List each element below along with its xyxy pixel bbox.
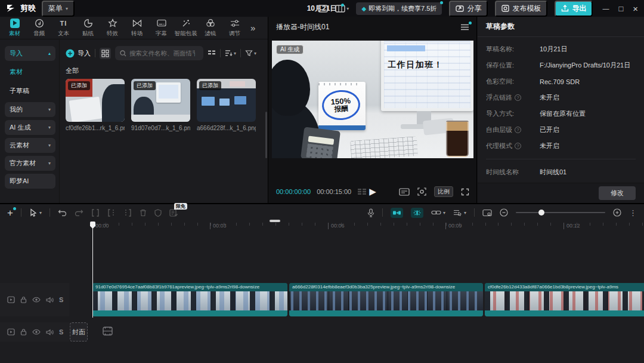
zoom-out-icon[interactable] (500, 208, 508, 217)
preview-video[interactable]: AI 生成 工作日加班！ 150% 报酬 (272, 41, 473, 158)
trim-right-icon[interactable] (123, 209, 132, 217)
visibility-eye-icon[interactable] (32, 297, 41, 303)
clip-footer-bar (485, 310, 644, 316)
scene-art (387, 45, 425, 52)
solo-toggle[interactable]: S (59, 328, 63, 336)
panel-resize-handle[interactable] (270, 220, 280, 222)
sidebar-item-material[interactable]: 素材 (5, 64, 55, 80)
screen-mirror-icon[interactable] (482, 209, 492, 217)
split-icon[interactable] (91, 209, 100, 217)
render-quality-icon[interactable] (399, 188, 410, 196)
modify-button[interactable]: 修改 (599, 186, 636, 200)
filter-funnel-icon[interactable]: ▾ (245, 50, 256, 57)
import-media-button[interactable]: 导入 (66, 49, 91, 58)
transcribe-icon[interactable]: 限免 (169, 209, 178, 217)
maximize-button[interactable]: □ (618, 4, 623, 13)
filmstrip-icon[interactable] (103, 327, 113, 336)
tab-filter[interactable]: 滤镜 (198, 19, 222, 38)
ruler-label: 00:03 (210, 223, 227, 229)
mute-speaker-icon[interactable] (46, 297, 54, 303)
tab-effects[interactable]: 特效 (100, 19, 125, 38)
fullscreen-icon[interactable] (461, 188, 469, 196)
media-item[interactable]: 已添加 a666d228f...k_1_6.png (197, 79, 256, 131)
media-item[interactable]: 已添加 91d07e0d7...k_1_6.png (131, 79, 190, 131)
share-button[interactable]: 分享 (449, 1, 488, 17)
layout-switch-icon[interactable]: ▾ (335, 5, 349, 13)
tab-sticker[interactable]: 贴纸 (76, 19, 100, 38)
trim-left-icon[interactable] (107, 209, 116, 217)
auto-snap-toggle[interactable] (391, 208, 403, 218)
tab-smart-pack[interactable]: 智能包装 (174, 19, 198, 38)
tab-text[interactable]: TI 文本 (51, 19, 76, 38)
select-cursor-icon[interactable]: ▾ (29, 208, 42, 217)
publish-template-button[interactable]: 发布模板 (495, 1, 547, 17)
delete-icon[interactable] (140, 209, 147, 217)
export-button[interactable]: 导出 (555, 1, 593, 17)
sort-icon[interactable]: ▾ (225, 50, 236, 57)
slider-handle[interactable] (538, 210, 544, 216)
vip-renewal-banner[interactable]: ◆ 即将到期，续费享7.5折 (356, 2, 442, 15)
undo-icon[interactable] (58, 209, 67, 216)
timeline-clip[interactable]: a666d228f0314efbb8eaef3d0b3ba325preview.… (289, 283, 483, 316)
timeline-zoom-slider[interactable] (516, 209, 605, 216)
mute-speaker-icon[interactable] (46, 329, 54, 336)
sidebar-item-subdraft[interactable]: 子草稿 (5, 83, 55, 99)
timeline-clip[interactable]: cf0dfe26b12d433a8df87a066e1bd3b8preview.… (485, 283, 644, 316)
tab-transition[interactable]: 转场 (125, 19, 149, 38)
lock-icon[interactable] (20, 328, 27, 336)
media-thumbnail[interactable]: 已添加 (197, 79, 256, 122)
ribbon-expand-icon[interactable]: » (250, 23, 255, 33)
sidebar-item-mine[interactable]: 我的 ▾ (5, 102, 55, 117)
export-label: 导出 (572, 4, 586, 14)
sidebar-item-ai-generate[interactable]: AI 生成 ▾ (5, 120, 55, 135)
media-thumbnail[interactable]: 已添加 (131, 79, 190, 122)
tab-label: 转场 (131, 30, 143, 38)
thumbnail-art (234, 96, 246, 104)
info-icon[interactable]: ? (515, 143, 521, 149)
sidebar-item-import[interactable]: 导入 ▴ (5, 46, 55, 61)
timeline-clip[interactable]: 91d07e0d76954ce7aaf08b83f1b9761apreview.… (92, 283, 287, 316)
minimize-button[interactable]: — (602, 5, 609, 12)
tab-adjust[interactable]: 调节 (222, 19, 247, 38)
more-options-icon[interactable]: ⋮ (629, 208, 637, 217)
search-box[interactable] (115, 46, 203, 60)
preview-axis-toggle[interactable] (411, 208, 423, 218)
focus-frame-icon[interactable] (417, 187, 426, 196)
solo-toggle[interactable]: S (59, 296, 63, 303)
mask-shield-icon[interactable] (154, 209, 162, 217)
close-button[interactable]: × (633, 4, 638, 14)
cover-button[interactable]: 封面 (70, 322, 88, 342)
timeline-ruler[interactable]: 00:00 00:03 00:06 00:09 00:12 (0, 221, 644, 232)
add-track-button[interactable]: + (7, 208, 13, 218)
caption-display-icon[interactable] (318, 5, 328, 13)
visibility-eye-icon[interactable] (32, 329, 41, 335)
notification-dot (13, 207, 16, 210)
record-voice-icon[interactable] (367, 208, 374, 217)
filter-all-label[interactable]: 全部 (66, 66, 263, 75)
play-button[interactable]: ▶ (369, 186, 376, 197)
tab-audio[interactable]: 音频 (27, 19, 51, 38)
ratio-button[interactable]: 比例 (434, 186, 453, 197)
scrollbar[interactable] (265, 112, 267, 158)
lock-icon[interactable] (20, 296, 27, 303)
tab-caption[interactable]: 字幕 (149, 19, 174, 38)
frame-preview-icon[interactable] (357, 188, 367, 195)
linkage-icon[interactable]: ▾ (431, 210, 445, 216)
sidebar-item-cloud-material[interactable]: 云素材 ▾ (5, 138, 55, 153)
menu-button[interactable]: 菜单 ▾ (42, 1, 75, 17)
redo-icon[interactable] (75, 209, 83, 216)
tab-material[interactable]: 素材 (2, 19, 27, 38)
info-icon[interactable]: ? (515, 127, 521, 133)
player-menu-icon[interactable] (460, 24, 469, 30)
clip-filmstrip (92, 291, 287, 310)
sidebar-item-official-material[interactable]: 官方素材 ▾ (5, 156, 55, 171)
info-icon[interactable]: ? (515, 94, 521, 101)
search-input[interactable] (129, 50, 195, 57)
grid-view-icon[interactable] (208, 50, 216, 57)
multi-select-icon[interactable] (100, 48, 111, 59)
zoom-in-icon[interactable] (613, 208, 621, 217)
media-thumbnail[interactable]: 已添加 (66, 79, 125, 122)
track-options-icon[interactable]: ▾ (453, 209, 466, 216)
sidebar-item-jimeng-ai[interactable]: 即梦AI (5, 174, 55, 189)
media-item[interactable]: 已添加 cf0dfe26b1...rk_1_6.png (66, 79, 125, 131)
